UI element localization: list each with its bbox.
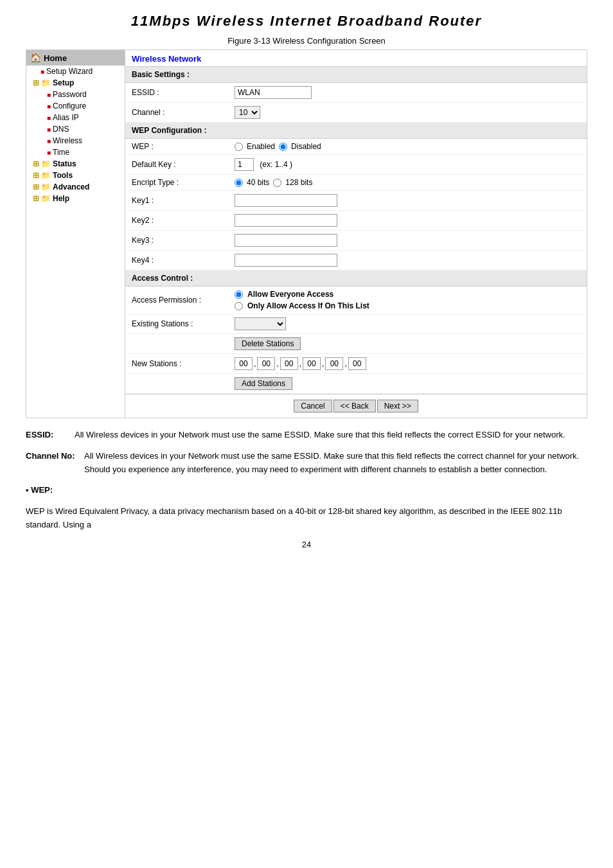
- key4-input[interactable]: [235, 254, 337, 267]
- password-icon: ■: [47, 91, 51, 98]
- delete-stations-row: Delete Stations: [125, 334, 587, 354]
- key1-input[interactable]: [235, 194, 337, 207]
- only-allow-option: Only Allow Access If On This List: [235, 301, 580, 310]
- main-container: 🏠 Home ■ Setup Wizard ⊞ 📁 Setup ■ Passwo…: [26, 49, 587, 418]
- sidebar-label-setup-wizard: Setup Wizard: [46, 67, 93, 76]
- mac-octet-2[interactable]: [257, 357, 275, 370]
- sidebar-item-time[interactable]: ■ Time: [26, 146, 125, 158]
- key3-input[interactable]: [235, 234, 337, 247]
- wep-disabled-radio[interactable]: [279, 143, 287, 151]
- sidebar-group-tools[interactable]: ⊞ 📁 Tools: [26, 170, 125, 181]
- sidebar-label-tools: Tools: [53, 171, 73, 180]
- sidebar-label-setup: Setup: [53, 78, 74, 87]
- add-stations-button[interactable]: Add Stations: [235, 377, 292, 390]
- access-permission-label: Access Permission :: [125, 287, 228, 314]
- help-folder-icon: ⊞: [33, 194, 39, 203]
- sidebar-home[interactable]: 🏠 Home: [26, 50, 125, 66]
- essid-value-cell: [228, 83, 587, 103]
- key2-label: Key2 :: [125, 211, 228, 231]
- configure-icon: ■: [47, 103, 51, 110]
- existing-stations-label: Existing Stations :: [125, 314, 228, 334]
- wep-disabled-label: Disabled: [291, 142, 321, 151]
- default-key-row: Default Key : (ex: 1..4 ): [125, 155, 587, 175]
- sidebar-label-status: Status: [53, 159, 76, 168]
- key4-cell: [228, 251, 587, 270]
- tools-folder-icon: ⊞: [33, 171, 39, 180]
- mac-sep-3: ,: [299, 359, 301, 368]
- back-button[interactable]: << Back: [333, 400, 376, 412]
- mac-octet-1[interactable]: [235, 357, 253, 370]
- bottom-text: ESSID: All Wireless devices in your Netw…: [26, 429, 587, 532]
- sidebar-label-advanced: Advanced: [53, 182, 89, 191]
- key1-label: Key1 :: [125, 191, 228, 211]
- encrypt-40bits-radio[interactable]: [235, 179, 243, 187]
- sidebar-item-password[interactable]: ■ Password: [26, 89, 125, 100]
- sidebar-label-password: Password: [53, 90, 87, 99]
- essid-input[interactable]: [235, 86, 312, 99]
- mac-octet-5[interactable]: [325, 357, 343, 370]
- new-stations-row: New Stations : , , , , ,: [125, 354, 587, 374]
- allow-everyone-radio[interactable]: [235, 290, 243, 299]
- access-permission-block: Allow Everyone Access Only Allow Access …: [235, 290, 580, 310]
- cancel-button[interactable]: Cancel: [294, 400, 332, 412]
- mac-octet-4[interactable]: [303, 357, 321, 370]
- existing-stations-cell: [228, 314, 587, 334]
- essid-bullet: ESSID: All Wireless devices in your Netw…: [26, 429, 587, 442]
- sidebar-group-help[interactable]: ⊞ 📁 Help: [26, 193, 125, 204]
- existing-stations-select[interactable]: [235, 317, 286, 330]
- default-key-input[interactable]: [235, 158, 254, 171]
- delete-stations-button[interactable]: Delete Stations: [235, 337, 301, 350]
- key4-label: Key4 :: [125, 251, 228, 270]
- essid-label: ESSID :: [125, 83, 228, 103]
- default-key-hint: (ex: 1..4 ): [260, 160, 292, 169]
- next-button[interactable]: Next >>: [377, 400, 418, 412]
- dns-icon: ■: [47, 126, 51, 133]
- essid-row: ESSID :: [125, 83, 587, 103]
- wep-label: WEP :: [125, 139, 228, 155]
- status-folder-icon: ⊞: [33, 159, 39, 168]
- key2-row: Key2 :: [125, 211, 587, 231]
- figure-caption-text: Wireless Configuration Screen: [271, 36, 386, 46]
- encrypt-type-row: Encript Type : 40 bits 128 bits: [125, 175, 587, 191]
- page-number: 24: [0, 540, 613, 549]
- sidebar-item-dns[interactable]: ■ DNS: [26, 123, 125, 135]
- access-permission-row: Access Permission : Allow Everyone Acces…: [125, 287, 587, 314]
- add-stations-cell: Add Stations: [228, 374, 587, 394]
- sidebar-group-setup[interactable]: ⊞ 📁 Setup: [26, 77, 125, 89]
- wep-enabled-radio[interactable]: [235, 143, 243, 151]
- channel-select[interactable]: 1234 5678 91011: [235, 106, 260, 119]
- add-stations-row: Add Stations: [125, 374, 587, 394]
- sidebar-item-alias-ip[interactable]: ■ Alias IP: [26, 112, 125, 123]
- setup-folder-icon: ⊞: [33, 78, 39, 87]
- encrypt-128bits-radio[interactable]: [273, 179, 281, 187]
- sidebar-home-label: Home: [44, 53, 67, 63]
- wep-disabled-option: Disabled: [279, 142, 321, 151]
- sidebar-group-advanced[interactable]: ⊞ 📁 Advanced: [26, 181, 125, 193]
- encrypt-128bits-label: 128 bits: [285, 178, 312, 187]
- encrypt-type-label: Encript Type :: [125, 175, 228, 191]
- wep-header-row: WEP Configuration :: [125, 123, 587, 139]
- sidebar-item-wireless[interactable]: ■ Wireless: [26, 135, 125, 146]
- only-allow-radio[interactable]: [235, 302, 243, 310]
- only-allow-label-text: Only Allow Access If On This List: [247, 301, 369, 310]
- footer-buttons: Cancel << Back Next >>: [125, 394, 587, 418]
- delete-stations-label-cell: [125, 334, 228, 354]
- default-key-label: Default Key :: [125, 155, 228, 175]
- sidebar: 🏠 Home ■ Setup Wizard ⊞ 📁 Setup ■ Passwo…: [26, 49, 125, 418]
- tools-folder2-icon: 📁: [41, 171, 51, 180]
- channel-bullet-bold: Channel No:: [26, 451, 75, 461]
- channel-bullet: Channel No: All Wireless devices in your…: [26, 450, 587, 477]
- mac-octet-6[interactable]: [348, 357, 366, 370]
- channel-bullet-text: All Wireless devices in your Network mus…: [84, 450, 587, 477]
- wep-options-cell: Enabled Disabled: [228, 139, 587, 155]
- wep-header: WEP Configuration :: [125, 123, 587, 139]
- advanced-folder2-icon: 📁: [41, 182, 51, 191]
- mac-octet-3[interactable]: [280, 357, 298, 370]
- sidebar-item-setup-wizard[interactable]: ■ Setup Wizard: [26, 66, 125, 77]
- sidebar-item-configure[interactable]: ■ Configure: [26, 100, 125, 112]
- default-key-cell: (ex: 1..4 ): [228, 155, 587, 175]
- access-control-header: Access Control :: [125, 270, 587, 287]
- sidebar-label-wireless: Wireless: [53, 136, 82, 145]
- key2-input[interactable]: [235, 214, 337, 227]
- sidebar-group-status[interactable]: ⊞ 📁 Status: [26, 158, 125, 170]
